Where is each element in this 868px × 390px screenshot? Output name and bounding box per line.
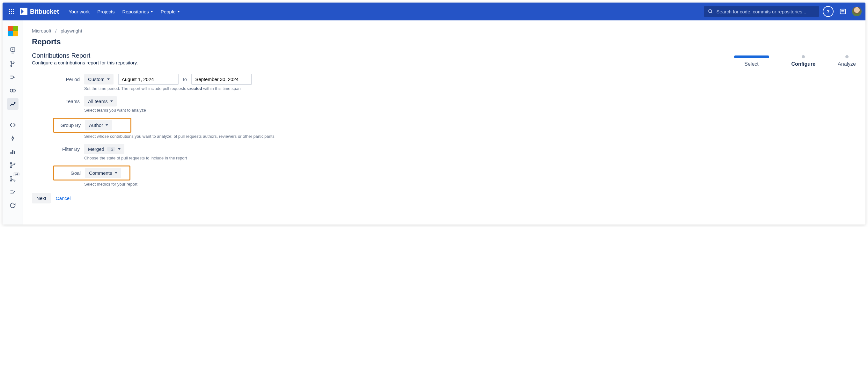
code-icon[interactable] — [7, 119, 19, 131]
chevron-down-icon — [110, 100, 113, 102]
teams-value: All teams — [88, 98, 108, 104]
chevron-down-icon — [115, 172, 117, 174]
stats-icon[interactable] — [7, 146, 19, 157]
goal-label: Goal — [63, 170, 81, 176]
filterby-value: Merged — [88, 146, 104, 152]
period-value: Custom — [88, 77, 104, 82]
nav-people-label: People — [161, 9, 176, 14]
filterby-extra-count: +2 — [107, 147, 116, 151]
svg-point-18 — [10, 180, 11, 181]
groupby-highlight: Group By Author — [53, 118, 131, 133]
footer-actions: Next Cancel — [32, 193, 857, 204]
groupby-label: Group By — [55, 122, 81, 128]
svg-line-1 — [711, 12, 712, 13]
bitbucket-icon — [20, 8, 27, 15]
merge-badge: 24 — [13, 172, 20, 176]
period-select[interactable]: Custom — [84, 74, 114, 85]
nav-people[interactable]: People — [161, 9, 180, 14]
next-button[interactable]: Next — [32, 193, 51, 204]
goal-hint: Select metrics for your report — [84, 182, 341, 186]
svg-point-0 — [709, 9, 712, 13]
period-label: Period — [54, 77, 80, 82]
branches-icon[interactable] — [7, 159, 19, 171]
svg-point-15 — [10, 167, 11, 168]
period-hint: Set the time period. The report will inc… — [84, 86, 341, 91]
chevron-down-icon — [118, 148, 121, 150]
fork-icon[interactable] — [7, 186, 19, 198]
step-dot — [845, 55, 848, 58]
commits-icon[interactable] — [7, 133, 19, 144]
project-logo[interactable] — [8, 26, 18, 36]
left-sidebar: 24 — [3, 21, 23, 224]
page-title: Reports — [32, 37, 857, 46]
step-label: Select — [744, 61, 758, 67]
pull-requests-icon[interactable] — [7, 58, 19, 69]
groupby-hint: Select whose contributions you want to a… — [84, 134, 341, 139]
breadcrumb-project[interactable]: Microsoft — [32, 28, 51, 33]
top-nav: Bitbucket Your work Projects Repositorie… — [3, 3, 865, 21]
step-dot — [802, 55, 805, 58]
svg-rect-11 — [10, 152, 11, 154]
breadcrumb-repo[interactable]: playwright — [61, 28, 82, 33]
whats-new-icon[interactable] — [837, 6, 848, 17]
goal-select[interactable]: Comments — [85, 168, 121, 178]
user-avatar[interactable] — [852, 7, 862, 16]
breadcrumb: Microsoft / playwright — [32, 28, 857, 33]
report-form: Period Custom to Set the time period. Th… — [54, 72, 341, 186]
svg-point-7 — [10, 65, 12, 67]
to-label: to — [183, 77, 187, 82]
date-to-input[interactable] — [191, 74, 252, 85]
sync-icon[interactable] — [7, 200, 19, 211]
primary-nav: Your work Projects Repositories People — [68, 9, 180, 14]
groupby-value: Author — [89, 122, 103, 128]
step-configure[interactable]: Configure — [792, 56, 816, 67]
cancel-link[interactable]: Cancel — [56, 196, 71, 201]
pipelines-icon[interactable] — [7, 71, 19, 83]
step-label: Analyze — [838, 61, 856, 67]
search-icon — [708, 9, 713, 14]
help-icon[interactable]: ? — [823, 6, 834, 17]
filterby-label: Filter By — [54, 146, 80, 152]
date-from-input[interactable] — [118, 74, 179, 85]
main-content: Microsoft / playwright Reports Contribut… — [23, 21, 865, 224]
svg-point-19 — [14, 180, 15, 181]
section-title: Contributions Report — [32, 52, 857, 59]
svg-point-10 — [12, 138, 14, 139]
source-icon[interactable] — [7, 44, 19, 56]
step-label: Configure — [792, 61, 816, 67]
chevron-down-icon — [151, 11, 153, 12]
step-bar — [734, 56, 769, 58]
svg-point-14 — [10, 162, 11, 164]
filterby-select[interactable]: Merged +2 — [84, 144, 124, 154]
goal-highlight: Goal Comments — [53, 166, 130, 180]
deployments-icon[interactable] — [7, 85, 19, 96]
search-input[interactable] — [716, 9, 815, 14]
step-analyze[interactable]: Analyze — [838, 56, 856, 67]
svg-rect-12 — [12, 150, 13, 154]
merge-icon[interactable]: 24 — [7, 173, 19, 184]
section-desc: Configure a contributions report for thi… — [32, 60, 857, 65]
svg-point-16 — [14, 163, 15, 164]
groupby-select[interactable]: Author — [85, 120, 112, 130]
brand-logo[interactable]: Bitbucket — [20, 8, 59, 15]
goal-value: Comments — [89, 170, 112, 176]
teams-hint: Select teams you want to analyze — [84, 108, 341, 113]
filterby-hint: Choose the state of pull requests to inc… — [84, 156, 341, 160]
step-select[interactable]: Select — [734, 56, 769, 67]
chevron-down-icon — [105, 124, 108, 126]
nav-repositories-label: Repositories — [122, 9, 149, 14]
svg-point-6 — [10, 61, 12, 62]
app-switcher-icon[interactable] — [6, 6, 17, 17]
brand-name: Bitbucket — [30, 8, 59, 15]
chevron-down-icon — [107, 79, 110, 80]
teams-select[interactable]: All teams — [84, 96, 117, 107]
svg-point-17 — [10, 176, 11, 177]
reports-icon[interactable] — [7, 98, 19, 110]
search-box[interactable] — [704, 6, 819, 17]
nav-projects[interactable]: Projects — [97, 9, 115, 14]
nav-your-work[interactable]: Your work — [68, 9, 90, 14]
chevron-down-icon — [177, 11, 180, 12]
nav-repositories[interactable]: Repositories — [122, 9, 153, 14]
teams-label: Teams — [54, 98, 80, 104]
svg-rect-13 — [14, 151, 15, 154]
